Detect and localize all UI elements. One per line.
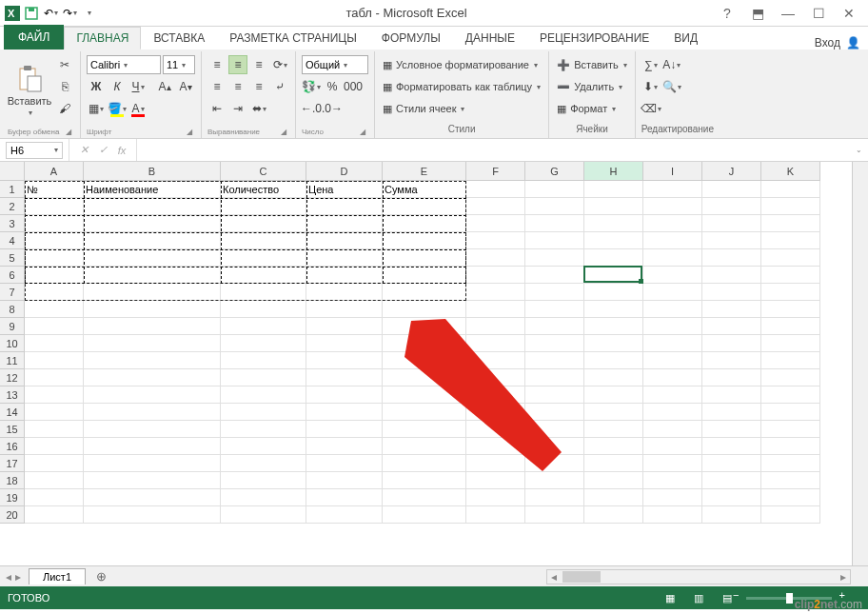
cell[interactable] bbox=[702, 198, 761, 215]
align-middle-icon[interactable]: ≡ bbox=[228, 55, 247, 74]
cell[interactable] bbox=[525, 335, 584, 352]
borders-button[interactable]: ▦▾ bbox=[87, 99, 106, 118]
cell[interactable] bbox=[584, 506, 643, 524]
cell[interactable] bbox=[383, 421, 466, 438]
row-header[interactable]: 9 bbox=[0, 318, 25, 335]
row-header[interactable]: 7 bbox=[0, 284, 25, 301]
cell[interactable] bbox=[525, 301, 584, 318]
cell[interactable] bbox=[306, 335, 383, 352]
cell[interactable] bbox=[466, 438, 525, 455]
cell[interactable] bbox=[584, 284, 643, 301]
cell[interactable] bbox=[84, 232, 221, 249]
format-as-table-button[interactable]: ▦Форматировать как таблицу▾ bbox=[381, 77, 542, 96]
row-header[interactable]: 19 bbox=[0, 489, 25, 506]
font-color-button[interactable]: A▾ bbox=[128, 99, 148, 118]
cell[interactable] bbox=[761, 472, 820, 489]
cell[interactable]: Сумма bbox=[383, 181, 466, 198]
cell[interactable] bbox=[525, 198, 584, 215]
cell[interactable] bbox=[584, 352, 643, 369]
cell[interactable] bbox=[702, 438, 761, 455]
cell[interactable] bbox=[466, 318, 525, 335]
cell[interactable] bbox=[221, 421, 306, 438]
tab-file[interactable]: ФАЙЛ bbox=[4, 25, 64, 50]
row-header[interactable]: 17 bbox=[0, 455, 25, 472]
cell[interactable] bbox=[383, 352, 466, 369]
cell[interactable] bbox=[584, 386, 643, 404]
cell[interactable] bbox=[761, 215, 820, 232]
align-launcher-icon[interactable]: ◢ bbox=[281, 128, 286, 136]
column-header[interactable]: J bbox=[702, 162, 761, 181]
cell[interactable] bbox=[466, 472, 525, 489]
row-header[interactable]: 1 bbox=[0, 181, 25, 198]
cell[interactable] bbox=[702, 489, 761, 506]
cell[interactable] bbox=[702, 506, 761, 524]
cell[interactable] bbox=[525, 438, 584, 455]
cell[interactable] bbox=[584, 232, 643, 249]
cell[interactable] bbox=[84, 198, 221, 215]
cell[interactable] bbox=[84, 506, 221, 524]
sheet-nav-next-icon[interactable]: ▸ bbox=[15, 570, 21, 584]
cell[interactable] bbox=[84, 284, 221, 301]
cell[interactable] bbox=[643, 301, 702, 318]
cell[interactable] bbox=[584, 438, 643, 455]
clipboard-launcher-icon[interactable]: ◢ bbox=[66, 128, 71, 136]
cell[interactable] bbox=[525, 506, 584, 524]
format-painter-icon[interactable]: 🖌 bbox=[55, 99, 74, 118]
cell[interactable] bbox=[525, 421, 584, 438]
cell[interactable] bbox=[761, 421, 820, 438]
cell[interactable] bbox=[306, 438, 383, 455]
worksheet-grid[interactable]: ABCDEFGHIJK 1234567891011121314151617181… bbox=[0, 162, 868, 565]
cell[interactable] bbox=[761, 489, 820, 506]
autosum-icon[interactable]: ∑▾ bbox=[641, 55, 661, 74]
cell[interactable] bbox=[466, 386, 525, 404]
cell[interactable] bbox=[221, 386, 306, 404]
cell[interactable] bbox=[383, 386, 466, 404]
cell[interactable] bbox=[84, 489, 221, 506]
cell[interactable] bbox=[84, 421, 221, 438]
cell[interactable] bbox=[525, 181, 584, 198]
cell[interactable] bbox=[306, 489, 383, 506]
tab-formulas[interactable]: ФОРМУЛЫ bbox=[369, 27, 453, 50]
cell[interactable] bbox=[761, 318, 820, 335]
cell[interactable] bbox=[761, 386, 820, 404]
cell[interactable] bbox=[383, 301, 466, 318]
cell[interactable] bbox=[584, 489, 643, 506]
cell[interactable] bbox=[306, 249, 383, 267]
align-right-icon[interactable]: ≡ bbox=[249, 77, 268, 96]
merge-center-icon[interactable]: ⬌▾ bbox=[249, 99, 268, 118]
cell[interactable] bbox=[25, 404, 84, 421]
sheet-nav-prev-icon[interactable]: ◂ bbox=[6, 570, 11, 584]
sort-filter-icon[interactable]: A↓▾ bbox=[662, 55, 681, 74]
cell[interactable] bbox=[221, 198, 306, 215]
cell[interactable] bbox=[584, 198, 643, 215]
normal-view-icon[interactable]: ▦ bbox=[661, 590, 680, 605]
cell[interactable] bbox=[221, 369, 306, 386]
cell[interactable] bbox=[702, 181, 761, 198]
cell[interactable] bbox=[702, 421, 761, 438]
row-header[interactable]: 10 bbox=[0, 335, 25, 352]
row-header[interactable]: 4 bbox=[0, 232, 25, 249]
cell[interactable] bbox=[643, 335, 702, 352]
cell[interactable] bbox=[466, 215, 525, 232]
cell[interactable] bbox=[702, 369, 761, 386]
align-center-icon[interactable]: ≡ bbox=[228, 77, 247, 96]
cell[interactable] bbox=[25, 232, 84, 249]
cell[interactable] bbox=[25, 249, 84, 267]
bold-button[interactable]: Ж bbox=[87, 77, 106, 96]
cell[interactable] bbox=[306, 386, 383, 404]
row-header[interactable]: 18 bbox=[0, 472, 25, 489]
decrease-font-icon[interactable]: A▾ bbox=[176, 77, 195, 96]
conditional-formatting-button[interactable]: ▦Условное форматирование▾ bbox=[381, 55, 542, 74]
cell[interactable] bbox=[761, 232, 820, 249]
row-header[interactable]: 12 bbox=[0, 369, 25, 386]
column-header[interactable]: I bbox=[643, 162, 702, 181]
row-header[interactable]: 11 bbox=[0, 352, 25, 369]
cell[interactable] bbox=[383, 369, 466, 386]
horizontal-scrollbar[interactable]: ◂ ▸ bbox=[546, 569, 851, 584]
cell[interactable] bbox=[221, 267, 306, 284]
cell[interactable] bbox=[643, 232, 702, 249]
user-icon[interactable]: 👤 bbox=[846, 36, 860, 50]
cell[interactable]: Наименование bbox=[84, 181, 221, 198]
cell[interactable] bbox=[761, 267, 820, 284]
cell[interactable] bbox=[761, 506, 820, 524]
